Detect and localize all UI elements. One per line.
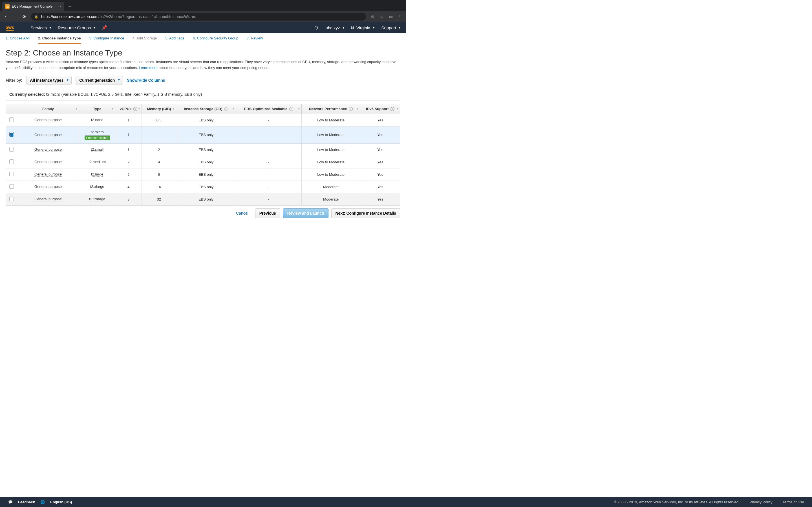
col-vcpus[interactable]: vCPUs i▾ [115, 104, 142, 114]
cell-vcpus: 1 [115, 114, 142, 126]
sort-icon: ▾ [357, 107, 358, 110]
cell-vcpus: 8 [115, 193, 142, 205]
cell-memory: 0.5 [142, 114, 176, 126]
cell-memory: 2 [142, 144, 176, 156]
cell-ipv6: Yes [360, 193, 400, 205]
cell-storage: EBS only [176, 126, 236, 144]
cell-vcpus: 4 [115, 180, 142, 193]
col-memory[interactable]: Memory (GiB)▾ [142, 104, 176, 114]
cancel-button[interactable]: Cancel [232, 209, 252, 218]
cell-family: General purpose [35, 147, 62, 152]
cell-memory: 4 [142, 156, 176, 168]
wizard-step-3[interactable]: 3. Configure Instance [89, 36, 124, 43]
star-icon[interactable]: ☆ [378, 13, 386, 20]
aws-logo[interactable]: aws [6, 25, 14, 30]
services-menu[interactable]: Services [31, 25, 51, 30]
browser-toolbar: ← → ⟳ 🔒 https://console.aws.amazon.com/e… [0, 11, 406, 22]
table-row[interactable]: General purpose t2.medium 2 4 EBS only -… [6, 156, 400, 168]
row-checkbox[interactable] [9, 117, 14, 122]
region-menu[interactable]: N. Virginia [351, 25, 375, 30]
show-hide-columns[interactable]: Show/Hide Columns [127, 78, 165, 82]
browser-tab-strip: ▦ EC2 Management Console × + [0, 0, 406, 11]
cell-ebs: - [236, 114, 301, 126]
menu-icon[interactable]: ⋮ [396, 13, 404, 20]
filter-generation[interactable]: Current generation [75, 76, 123, 84]
wizard-step-1[interactable]: 1. Choose AMI [6, 36, 30, 43]
cell-network: Moderate [301, 193, 360, 205]
row-checkbox[interactable] [9, 184, 14, 189]
new-tab-button[interactable]: + [64, 2, 75, 11]
address-bar[interactable]: 🔒 https://console.aws.amazon.com/ec2/v2/… [31, 13, 366, 20]
row-checkbox[interactable] [9, 159, 14, 164]
review-launch-button[interactable]: Review and Launch [283, 209, 328, 218]
wizard-step-5[interactable]: 5. Add Tags [165, 36, 185, 43]
cell-ipv6: Yes [360, 156, 400, 168]
cell-family: General purpose [35, 184, 62, 189]
next-button[interactable]: Next: Configure Instance Details [331, 209, 401, 218]
cell-storage: EBS only [176, 144, 236, 156]
close-icon[interactable]: × [59, 4, 61, 9]
row-checkbox[interactable] [9, 172, 14, 176]
browser-tab[interactable]: ▦ EC2 Management Console × [2, 2, 64, 11]
info-icon[interactable]: i [349, 107, 353, 111]
cell-vcpus: 2 [115, 156, 142, 168]
col-ebs[interactable]: EBS-Optimized Available i▾ [236, 104, 301, 114]
wizard-step-7[interactable]: 7. Review [247, 36, 263, 43]
cell-type: t2.nano [91, 118, 103, 122]
info-icon[interactable]: i [391, 107, 395, 111]
table-row[interactable]: General purpose t2.large 2 8 EBS only - … [6, 168, 400, 180]
wizard-step-2[interactable]: 2. Choose Instance Type [38, 36, 81, 44]
table-row[interactable]: General purpose t2.xlarge 4 16 EBS only … [6, 180, 400, 193]
account-menu[interactable]: abc.xyz [326, 25, 344, 30]
sort-icon: ▾ [139, 107, 140, 110]
cell-ebs: - [236, 180, 301, 193]
col-type[interactable]: Type▾ [79, 104, 115, 114]
zoom-icon[interactable]: ⊕ [369, 13, 377, 20]
row-checkbox[interactable] [9, 132, 14, 136]
col-family[interactable]: Family▾ [17, 104, 79, 114]
col-checkbox [6, 104, 17, 114]
cell-ebs: - [236, 144, 301, 156]
cell-family: General purpose [35, 133, 62, 137]
forward-icon[interactable]: → [11, 13, 19, 20]
page-title: Step 2: Choose an Instance Type [6, 48, 400, 57]
learn-more-link[interactable]: Learn more [139, 66, 158, 70]
support-menu[interactable]: Support [381, 25, 400, 30]
back-icon[interactable]: ← [2, 13, 10, 20]
col-ipv6[interactable]: IPv6 Support i▾ [360, 104, 400, 114]
table-row[interactable]: General purpose t2.small 1 2 EBS only - … [6, 144, 400, 156]
cell-ebs: - [236, 156, 301, 168]
cell-ebs: - [236, 168, 301, 180]
col-storage[interactable]: Instance Storage (GB) i▾ [176, 104, 236, 114]
info-icon[interactable]: i [133, 107, 137, 111]
reload-icon[interactable]: ⟳ [20, 13, 28, 20]
cell-type: t2.medium [89, 160, 106, 164]
sort-icon: ▾ [233, 107, 234, 110]
cell-type: t2.large [91, 172, 103, 177]
page-description: Amazon EC2 provides a wide selection of … [6, 59, 400, 71]
currently-selected-label: Currently selected: [9, 92, 45, 97]
previous-button[interactable]: Previous [255, 209, 280, 218]
notifications-icon[interactable] [314, 25, 319, 30]
tab-title: EC2 Management Console [12, 4, 52, 8]
info-icon[interactable]: i [224, 107, 228, 111]
info-icon[interactable]: i [289, 107, 293, 111]
cell-storage: EBS only [176, 114, 236, 126]
table-row[interactable]: General purpose t2.2xlarge 8 32 EBS only… [6, 193, 400, 205]
table-row[interactable]: General purpose t2.nano 1 0.5 EBS only -… [6, 114, 400, 126]
aws-favicon: ▦ [5, 4, 10, 9]
pin-icon[interactable]: 📌 [102, 25, 107, 30]
cell-ipv6: Yes [360, 126, 400, 144]
col-network[interactable]: Network Performance i▾ [301, 104, 360, 114]
resource-groups-menu[interactable]: Resource Groups [58, 25, 95, 30]
wizard-step-6[interactable]: 6. Configure Security Group [193, 36, 238, 43]
account-icon[interactable]: ▭ [387, 13, 395, 20]
cell-vcpus: 2 [115, 168, 142, 180]
table-row[interactable]: General purpose t2.microFree tier eligib… [6, 126, 400, 144]
filter-instance-types[interactable]: All instance types [26, 76, 71, 84]
aws-header: aws Services Resource Groups 📌 abc.xyz N… [0, 22, 406, 33]
page-content: Step 2: Choose an Instance Type Amazon E… [0, 45, 406, 206]
row-checkbox[interactable] [9, 147, 14, 152]
wizard-steps: 1. Choose AMI 2. Choose Instance Type 3.… [0, 33, 406, 45]
row-checkbox[interactable] [9, 196, 14, 201]
